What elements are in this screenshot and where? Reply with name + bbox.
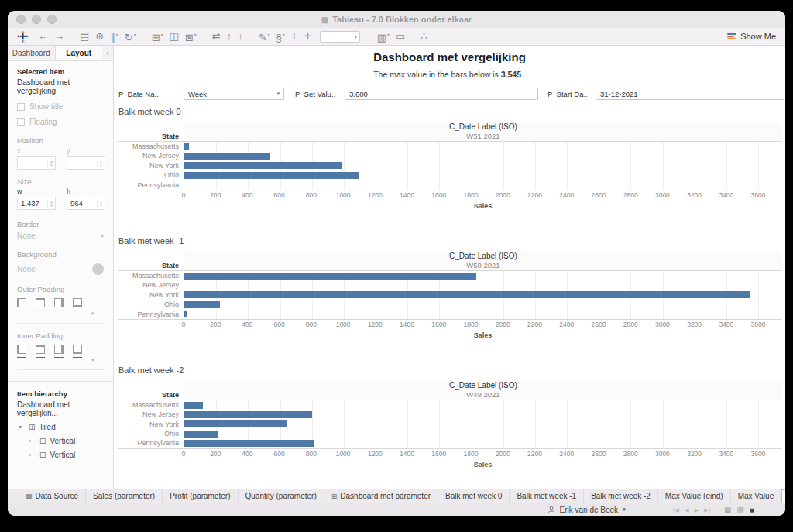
row-label-massachusetts[interactable]: Massachusetts bbox=[118, 271, 184, 280]
y-position-stepper[interactable]: ▴▾ bbox=[67, 156, 105, 170]
clear-sheet-icon[interactable]: ⊠▾ bbox=[185, 26, 197, 46]
presentation-mode-icon[interactable]: ▭ bbox=[396, 28, 405, 45]
bar-new-jersey[interactable] bbox=[184, 411, 312, 418]
row-header-label[interactable]: State bbox=[118, 380, 184, 400]
column-header-value[interactable]: W50 2021 bbox=[184, 261, 782, 269]
share-workbook-icon[interactable]: ∴ bbox=[421, 28, 427, 45]
show-mark-labels-icon[interactable]: T bbox=[291, 28, 297, 45]
row-label-new-jersey[interactable]: New Jersey bbox=[118, 410, 184, 419]
user-menu[interactable]: Erik van de Beek ▼ bbox=[548, 506, 627, 514]
bar-pennsylvania[interactable] bbox=[184, 440, 314, 447]
row-label-ohio[interactable]: Ohio bbox=[118, 429, 184, 438]
bar-new-york[interactable] bbox=[184, 162, 342, 169]
column-header-value[interactable]: W51 2021 bbox=[184, 132, 782, 140]
redo-icon[interactable]: → bbox=[54, 28, 64, 45]
sheet-tab-profit-parameter-[interactable]: Profit (parameter) bbox=[163, 489, 238, 503]
column-header-field[interactable]: C_Date Label (ISO) bbox=[184, 252, 782, 261]
sidebar-tab-dashboard[interactable]: Dashboard bbox=[8, 46, 55, 60]
row-label-pennsylvania[interactable]: Pennsylvania bbox=[118, 180, 184, 190]
show-tabs-view-icon[interactable]: ▦ bbox=[724, 506, 731, 514]
sheet-tab-max-value-eind-[interactable]: Max Value (eind) bbox=[658, 489, 731, 503]
run-update-icon[interactable]: ↻▾ bbox=[125, 26, 136, 46]
x-position-stepper[interactable]: ▴▾ bbox=[17, 156, 56, 170]
inner-padding-top[interactable] bbox=[36, 345, 45, 358]
group-members-icon[interactable]: §▾ bbox=[276, 26, 285, 46]
bar-pennsylvania[interactable] bbox=[184, 311, 187, 317]
bar-new-jersey[interactable] bbox=[184, 153, 270, 160]
duplicate-sheet-icon[interactable]: ◫ bbox=[170, 28, 179, 45]
first-sheet-icon[interactable]: |◀ bbox=[673, 506, 679, 513]
next-sheet-icon[interactable]: ▶ bbox=[695, 506, 699, 513]
bar-ohio[interactable] bbox=[184, 172, 359, 179]
new-data-source-icon[interactable]: ⊕ bbox=[95, 28, 104, 45]
row-label-new-jersey[interactable]: New Jersey bbox=[118, 151, 184, 160]
bar-massachusetts[interactable] bbox=[184, 143, 189, 150]
row-header-label[interactable]: State bbox=[118, 251, 184, 270]
show-cards-icon[interactable]: ▥▾ bbox=[377, 26, 390, 46]
undo-icon[interactable]: ← bbox=[38, 28, 48, 45]
sidebar-tab-layout[interactable]: Layout bbox=[55, 46, 103, 60]
bar-massachusetts[interactable] bbox=[184, 402, 203, 409]
column-header-field[interactable]: C_Date Label (ISO) bbox=[184, 122, 782, 132]
sheet-tab-balk-met-week-2[interactable]: Balk met week -2 bbox=[584, 489, 658, 503]
row-label-ohio[interactable]: Ohio bbox=[118, 170, 184, 180]
hierarchy-item-vertical-1[interactable]: › ⊟ Vertical bbox=[17, 437, 104, 445]
background-color-swatch[interactable] bbox=[92, 263, 104, 275]
border-select[interactable]: None ▾ bbox=[17, 232, 104, 240]
show-sheet-view-icon[interactable]: ■ bbox=[750, 506, 754, 514]
sheet-tab-balk-met-week-1[interactable]: Balk met week -1 bbox=[510, 489, 584, 503]
chevron-down-icon[interactable]: ▾ bbox=[91, 357, 94, 363]
bar-new-york[interactable] bbox=[184, 291, 750, 298]
bar-ohio[interactable] bbox=[184, 301, 220, 308]
hierarchy-item-vertical-2[interactable]: › ⊟ Vertical bbox=[17, 451, 104, 459]
sheet-tab-sales-parameter-[interactable]: Sales (parameter) bbox=[86, 489, 163, 503]
row-label-new-jersey[interactable]: New Jersey bbox=[118, 280, 184, 290]
save-icon[interactable]: ▤ bbox=[80, 28, 89, 45]
tableau-logo-icon[interactable] bbox=[17, 31, 29, 43]
height-stepper[interactable]: 964 ▴▾ bbox=[67, 197, 105, 210]
outer-padding-right[interactable] bbox=[54, 298, 64, 311]
row-label-new-york[interactable]: New York bbox=[118, 161, 184, 170]
show-filmstrip-view-icon[interactable]: ▥ bbox=[737, 506, 744, 514]
outer-padding-top[interactable] bbox=[36, 298, 45, 311]
sheet-tab-max-value[interactable]: Max Value bbox=[731, 489, 782, 503]
swap-rows-columns-icon[interactable]: ⇄ bbox=[212, 28, 221, 45]
row-label-pennsylvania[interactable]: Pennsylvania bbox=[118, 438, 184, 448]
bar-new-york[interactable] bbox=[184, 420, 287, 427]
highlight-icon[interactable]: ✎▾ bbox=[259, 26, 270, 46]
expander-right-icon[interactable]: › bbox=[29, 438, 36, 444]
sheet-tab-quantity-parameter-[interactable]: Quantity (parameter) bbox=[239, 489, 324, 503]
new-worksheet-icon[interactable]: ⊞▾ bbox=[152, 26, 163, 46]
bar-massachusetts[interactable] bbox=[184, 273, 476, 280]
row-label-massachusetts[interactable]: Massachusetts bbox=[118, 400, 184, 410]
previous-sheet-icon[interactable]: ◀ bbox=[685, 506, 689, 513]
sheet-tab-data-source[interactable]: ▦Data Source bbox=[19, 489, 86, 503]
show-title-checkbox[interactable] bbox=[17, 103, 25, 111]
background-select[interactable]: None bbox=[17, 263, 104, 275]
inner-padding-right[interactable] bbox=[54, 345, 64, 358]
sidebar-collapse-icon[interactable]: ‹ bbox=[102, 46, 113, 60]
sheet-tab-dashboard-met-vergelijking[interactable]: ⊞Dashboard met vergelijking bbox=[781, 489, 785, 503]
chevron-down-icon[interactable]: ▾ bbox=[91, 311, 94, 317]
param-date-dropdown[interactable]: Week ▼ bbox=[184, 88, 284, 100]
outer-padding-left[interactable] bbox=[17, 298, 26, 311]
sheet-tab-balk-met-week-0[interactable]: Balk met week 0 bbox=[438, 489, 510, 503]
sort-descending-icon[interactable]: ↓ bbox=[238, 28, 243, 45]
inner-padding-left[interactable] bbox=[17, 345, 26, 358]
fit-selector[interactable]: ▾ bbox=[320, 31, 360, 43]
floating-checkbox[interactable] bbox=[17, 118, 25, 126]
row-label-ohio[interactable]: Ohio bbox=[118, 300, 184, 309]
expander-right-icon[interactable]: › bbox=[29, 451, 36, 458]
column-header-value[interactable]: W49 2021 bbox=[184, 390, 782, 399]
pause-auto-updates-icon[interactable]: ∥▾ bbox=[110, 26, 118, 46]
fix-axes-icon[interactable]: ✛ bbox=[304, 28, 312, 45]
column-header-field[interactable]: C_Date Label (ISO) bbox=[184, 381, 782, 390]
param-set-value-input[interactable]: 3.600 bbox=[345, 88, 538, 100]
param-start-date-input[interactable]: 31-12-2021 bbox=[596, 88, 784, 100]
sort-ascending-icon[interactable]: ↑ bbox=[227, 28, 232, 45]
last-sheet-icon[interactable]: ▶| bbox=[704, 506, 710, 513]
sheet-tab-dashboard-met-parameter[interactable]: ⊞Dashboard met parameter bbox=[324, 489, 438, 503]
row-label-new-york[interactable]: New York bbox=[118, 290, 184, 300]
row-label-new-york[interactable]: New York bbox=[118, 420, 184, 429]
hierarchy-item-tiled[interactable]: ▾ ⊞ Tiled bbox=[17, 423, 104, 431]
